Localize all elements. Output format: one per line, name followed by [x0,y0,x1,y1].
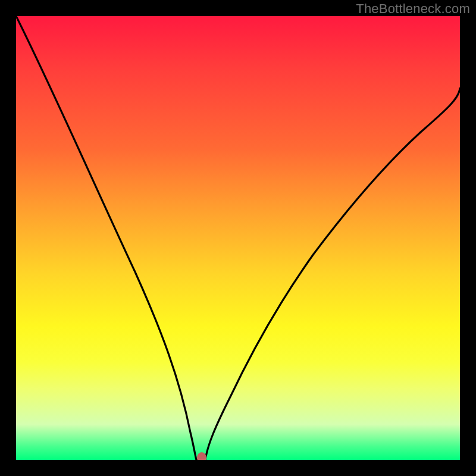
curve-path [16,16,460,460]
watermark-text: TheBottleneck.com [356,1,470,17]
chart-frame: TheBottleneck.com [0,0,476,476]
bottleneck-curve [16,16,460,460]
minimum-marker [197,452,206,460]
